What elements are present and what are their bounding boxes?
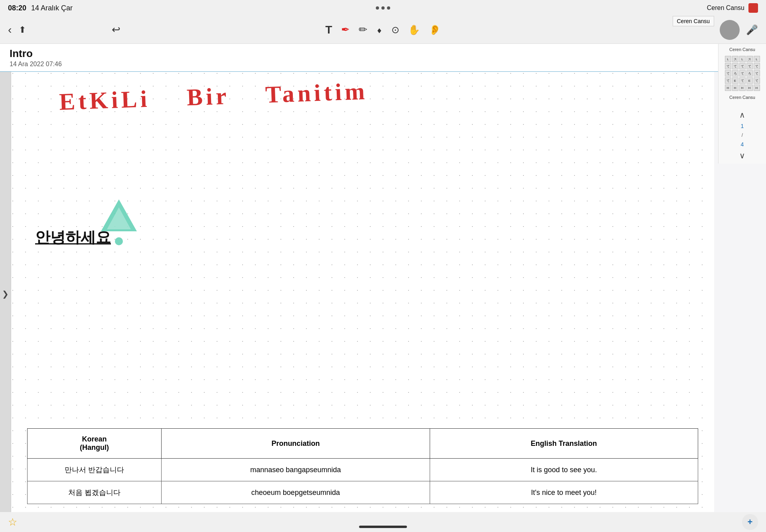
table-header-row: Korean(Hangul) Pronunciation English Tra… bbox=[28, 429, 698, 459]
scroll-up-button[interactable]: ∧ bbox=[739, 110, 745, 120]
right-panel: Ceren Cansu L ス L ス L て て て て て て ろ て ろ … bbox=[718, 44, 766, 164]
doc-header: Intro 14 Ara 2022 07:46 bbox=[0, 44, 766, 72]
bottom-bar: ☆ + bbox=[0, 512, 766, 532]
lasso-tool[interactable]: ⊙ bbox=[391, 24, 399, 35]
dot-2 bbox=[381, 6, 385, 10]
cell-english-0: It is good to see you. bbox=[430, 459, 698, 481]
listen-tool[interactable]: 👂 bbox=[429, 24, 441, 35]
status-time: 08:20 bbox=[8, 4, 26, 12]
sidebar-arrow[interactable]: ❯ bbox=[2, 289, 9, 299]
cell-korean-0: 만나서 반갑습니다 bbox=[28, 459, 162, 481]
right-panel-user-label: Ceren Cansu bbox=[729, 47, 755, 52]
status-right: Ceren Cansu bbox=[707, 3, 758, 13]
home-indicator[interactable] bbox=[359, 526, 407, 528]
scroll-down-button[interactable]: ∨ bbox=[739, 151, 745, 160]
doc-date: 14 Ara 2022 07:46 bbox=[10, 61, 766, 68]
plus-icon: + bbox=[748, 517, 753, 527]
dot-1 bbox=[376, 6, 379, 10]
doc-title: Intro bbox=[10, 47, 766, 60]
scroll-controls: ∧ 1 / 4 ∨ bbox=[739, 110, 745, 160]
user-popup: Ceren Cansu bbox=[673, 16, 715, 26]
right-panel-bottom-label: Ceren Cansu bbox=[729, 95, 755, 100]
text-tool[interactable]: T bbox=[325, 24, 332, 36]
status-dots bbox=[376, 6, 390, 10]
cell-english-1: It's nice to meet you! bbox=[430, 481, 698, 504]
page-number: 1 bbox=[741, 123, 744, 129]
col-header-pronunciation: Pronunciation bbox=[162, 429, 430, 459]
col-header-korean: Korean(Hangul) bbox=[28, 429, 162, 459]
pencil-tool[interactable]: ✏ bbox=[359, 24, 367, 36]
col-header-english: English Translation bbox=[430, 429, 698, 459]
table-row: 만나서 반갑습니다 mannaseo bangapseumnida It is … bbox=[28, 459, 698, 481]
cell-korean-1: 처음 뵙겠습니다 bbox=[28, 481, 162, 504]
toolbar-right: 🎤 bbox=[720, 20, 758, 40]
kanji-grid: L ス L ス L て て て て て て ろ て ろ て て E て E て … bbox=[725, 56, 760, 91]
page-total: 4 bbox=[741, 141, 744, 148]
korean-greeting: 안녕하세요 bbox=[35, 227, 111, 248]
undo-button[interactable]: ↩ bbox=[112, 24, 120, 36]
cell-pronunciation-1: cheoeum boepgetseumnida bbox=[162, 481, 430, 504]
page-divider: / bbox=[742, 132, 743, 138]
toolbar-center: T ✒ ✏ ⬧ ⊙ ✋ 👂 bbox=[325, 24, 440, 36]
status-date: 14 Aralık Çar bbox=[31, 4, 73, 12]
user-name-status: Ceren Cansu bbox=[707, 4, 744, 12]
cell-pronunciation-0: mannaseo bangapseumnida bbox=[162, 459, 430, 481]
svg-point-2 bbox=[115, 237, 123, 245]
table-row: 처음 뵙겠습니다 cheoeum boepgetseumnida It's ni… bbox=[28, 481, 698, 504]
mic-button[interactable]: 🎤 bbox=[746, 24, 758, 35]
hand-tool[interactable]: ✋ bbox=[408, 24, 420, 35]
user-avatar[interactable] bbox=[720, 20, 740, 40]
dot-3 bbox=[387, 6, 390, 10]
sidebar[interactable]: ❯ bbox=[0, 72, 11, 516]
add-button[interactable]: + bbox=[742, 514, 758, 530]
status-bar: 08:20 14 Aralık Çar Ceren Cansu bbox=[0, 0, 766, 16]
main-canvas: EtKiLi Bir Tanitim 안녕하세요 Korean(Hangul) … bbox=[11, 72, 714, 512]
favorite-button[interactable]: ☆ bbox=[8, 516, 17, 528]
table-container: Korean(Hangul) Pronunciation English Tra… bbox=[27, 428, 698, 504]
toolbar-left: ‹ ⬆ bbox=[8, 24, 26, 36]
share-button[interactable]: ⬆ bbox=[19, 25, 26, 35]
pen-tool[interactable]: ✒ bbox=[341, 24, 350, 36]
user-popup-name: Ceren Cansu bbox=[677, 18, 710, 24]
back-button[interactable]: ‹ bbox=[8, 24, 12, 36]
eraser-tool[interactable]: ⬧ bbox=[376, 24, 383, 36]
toolbar: ‹ ⬆ ↩ T ✒ ✏ ⬧ ⊙ ✋ 👂 🎤 bbox=[0, 16, 766, 44]
vocabulary-table: Korean(Hangul) Pronunciation English Tra… bbox=[27, 428, 698, 504]
red-indicator bbox=[748, 3, 758, 13]
